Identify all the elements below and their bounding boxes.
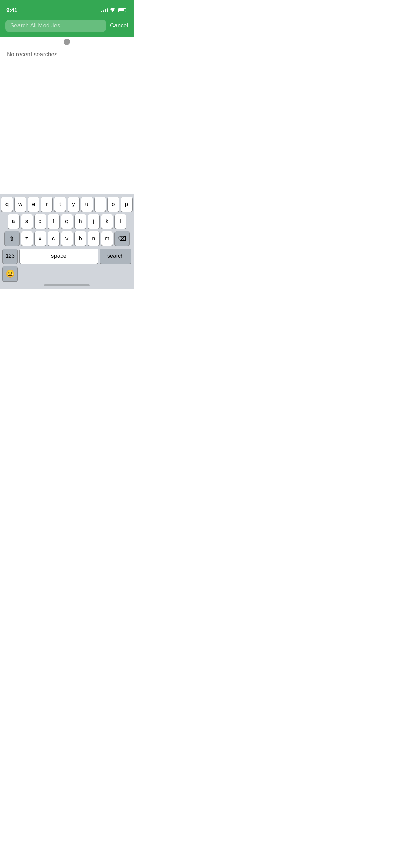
- space-key[interactable]: space: [20, 249, 98, 264]
- search-input[interactable]: [10, 22, 101, 29]
- key-w[interactable]: w: [15, 197, 26, 212]
- key-k[interactable]: k: [101, 214, 113, 229]
- emoji-icon: 😀: [5, 269, 15, 278]
- signal-icon: [101, 8, 108, 12]
- key-b[interactable]: b: [75, 231, 86, 246]
- search-header: Cancel: [0, 16, 134, 37]
- home-bar: [44, 284, 90, 286]
- delete-key[interactable]: ⌫: [115, 231, 129, 246]
- key-y[interactable]: y: [68, 197, 79, 212]
- emoji-row: 😀: [1, 265, 132, 281]
- battery-icon: [118, 8, 127, 12]
- status-time: 9:41: [6, 7, 17, 14]
- svg-point-0: [112, 11, 113, 12]
- key-o[interactable]: o: [108, 197, 119, 212]
- key-e[interactable]: e: [28, 197, 39, 212]
- key-a[interactable]: a: [8, 214, 19, 229]
- shift-key[interactable]: ⇧: [5, 231, 19, 246]
- search-input-container[interactable]: [5, 20, 106, 32]
- key-d[interactable]: d: [35, 214, 46, 229]
- shift-icon: ⇧: [9, 235, 14, 242]
- search-key[interactable]: search: [100, 249, 131, 264]
- main-content: [0, 63, 134, 196]
- key-t[interactable]: t: [54, 197, 66, 212]
- key-r[interactable]: r: [41, 197, 52, 212]
- keyboard-row-1: q w e r t y u i o p: [1, 197, 132, 212]
- keyboard-row-2: a s d f g h j k l: [1, 214, 132, 229]
- key-l[interactable]: l: [115, 214, 126, 229]
- key-m[interactable]: m: [101, 231, 113, 246]
- numbers-key[interactable]: 123: [3, 249, 17, 264]
- keyboard-row-3: ⇧ z x c v b n m ⌫: [1, 231, 132, 246]
- key-j[interactable]: j: [88, 214, 99, 229]
- emoji-key[interactable]: 😀: [3, 266, 17, 281]
- keyboard-row-4: 123 space search: [1, 249, 132, 264]
- key-u[interactable]: u: [81, 197, 93, 212]
- key-v[interactable]: v: [61, 231, 73, 246]
- no-recent-label: No recent searches: [0, 46, 134, 63]
- key-s[interactable]: s: [21, 214, 33, 229]
- cancel-button[interactable]: Cancel: [110, 21, 128, 31]
- scroll-dot: [64, 39, 70, 45]
- wifi-icon: [110, 8, 116, 13]
- key-z[interactable]: z: [21, 231, 33, 246]
- key-f[interactable]: f: [48, 214, 59, 229]
- key-x[interactable]: x: [35, 231, 46, 246]
- home-indicator: [1, 281, 132, 288]
- key-g[interactable]: g: [61, 214, 73, 229]
- key-n[interactable]: n: [88, 231, 99, 246]
- status-bar: 9:41: [0, 0, 134, 16]
- status-icons: [101, 8, 127, 13]
- scroll-indicator: [0, 37, 134, 46]
- keyboard: q w e r t y u i o p a s d f g h j k l ⇧ …: [0, 194, 134, 289]
- key-q[interactable]: q: [1, 197, 13, 212]
- key-p[interactable]: p: [121, 197, 132, 212]
- delete-icon: ⌫: [118, 235, 126, 242]
- key-c[interactable]: c: [48, 231, 59, 246]
- key-i[interactable]: i: [95, 197, 106, 212]
- key-h[interactable]: h: [75, 214, 86, 229]
